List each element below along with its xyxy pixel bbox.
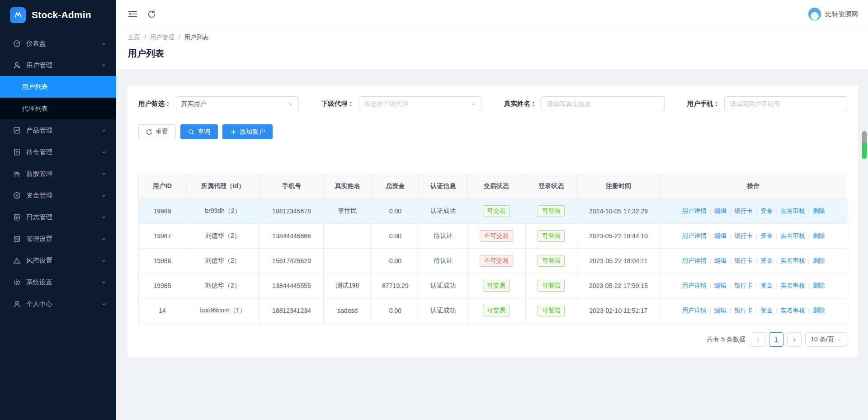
op-link-0[interactable]: 用户详情 [682, 307, 706, 314]
sidebar-item-ipo-management[interactable]: 新股管理 [0, 163, 116, 184]
op-link-2[interactable]: 银行卡 [734, 257, 753, 264]
op-link-4[interactable]: 实名审核 [780, 232, 805, 239]
sidebar: Stock-Admin 仪表盘 用户管理 [0, 0, 116, 420]
op-link-1[interactable]: 编辑 [714, 282, 726, 289]
table-row[interactable]: 19985 刘德华（2） 13844445555 测试198 87719.29 … [139, 274, 847, 298]
breadcrumb-user-management[interactable]: 用户管理 [150, 33, 175, 42]
cell-name [323, 224, 372, 249]
breadcrumb-home[interactable]: 主页 [128, 33, 140, 42]
cell-trade: 可交易 [467, 298, 525, 323]
op-separator: | [756, 208, 757, 214]
op-link-4[interactable]: 实名审核 [780, 282, 805, 289]
table-row[interactable]: 14 bori99com（1） 18812341234 sadasd 0.00 … [139, 298, 847, 323]
sidebar-item-label: 系统设置 [26, 278, 101, 287]
sidebar-item-product-management[interactable]: 产品管理 [0, 119, 116, 141]
op-link-0[interactable]: 用户详情 [682, 232, 706, 239]
cell-agent: bori99com（1） [186, 298, 259, 323]
table-row[interactable]: 19989 br99dh（2） 18812345678 李世民 0.00 认证成… [139, 199, 847, 224]
cell-id: 19989 [139, 199, 186, 224]
search-icon [188, 129, 194, 135]
table-row[interactable]: 19987 刘德华（2） 13844446666 0.00 待认证 不可交易 可… [139, 224, 847, 249]
chevron-down-icon [101, 150, 106, 155]
real-name-input[interactable] [542, 96, 665, 111]
breadcrumb-current: 用户列表 [184, 33, 209, 42]
cell-name: 李世民 [323, 199, 372, 224]
op-link-0[interactable]: 用户详情 [682, 208, 706, 214]
op-link-0[interactable]: 用户详情 [682, 257, 706, 264]
refresh-icon[interactable] [147, 10, 156, 19]
op-separator: | [756, 307, 757, 314]
select-placeholder: 请选择下级代理 [364, 100, 408, 108]
op-link-5[interactable]: 删除 [813, 282, 825, 289]
cell-ops: 用户详情|编辑|银行卡|资金|实名审核|删除 [660, 224, 847, 249]
cell-time: 2023-05-22 18:04:11 [577, 249, 660, 274]
op-link-2[interactable]: 银行卡 [734, 307, 753, 314]
breadcrumb: 主页 / 用户管理 / 用户列表 [128, 33, 856, 42]
chevron-down-icon [101, 171, 106, 176]
op-link-0[interactable]: 用户详情 [682, 282, 706, 289]
user-type-select[interactable]: 真实用户 [176, 96, 299, 111]
op-link-2[interactable]: 银行卡 [734, 232, 753, 239]
sidebar-item-log-management[interactable]: 日志管理 [0, 206, 116, 228]
sidebar-item-profile-center[interactable]: 个人中心 [0, 293, 116, 315]
prev-page-button[interactable] [751, 332, 765, 347]
page-size-select[interactable]: 10 条/页 [805, 332, 847, 347]
op-link-4[interactable]: 实名审核 [780, 257, 805, 264]
cell-time: 2024-10-05 17:32:29 [577, 199, 660, 224]
cell-phone: 13844445555 [259, 274, 323, 298]
cell-ops: 用户详情|编辑|银行卡|资金|实名审核|删除 [660, 199, 847, 224]
op-link-2[interactable]: 银行卡 [734, 208, 753, 214]
cell-name: sadasd [323, 298, 372, 323]
sidebar-item-risk-settings[interactable]: 风控设置 [0, 250, 116, 271]
sidebar-item-position-management[interactable]: 持仓管理 [0, 141, 116, 163]
cell-trade: 可交易 [467, 199, 525, 224]
add-account-button[interactable]: 添加账户 [222, 124, 273, 139]
sidebar-item-funds-management[interactable]: $ 资金管理 [0, 184, 116, 206]
op-link-1[interactable]: 编辑 [714, 208, 726, 214]
table-row[interactable]: 19986 刘德华（2） 15617425629 0.00 待认证 不可交易 可… [139, 249, 847, 274]
sub-agent-select[interactable]: 请选择下级代理 [359, 96, 481, 111]
op-link-5[interactable]: 删除 [813, 208, 825, 214]
trade-status-tag: 可交易 [483, 205, 510, 217]
window-scrollbar-thumb[interactable] [862, 131, 867, 159]
column-header-1: 所属代理（Id） [186, 174, 259, 199]
op-link-2[interactable]: 银行卡 [734, 282, 753, 289]
op-link-3[interactable]: 资金 [760, 307, 773, 314]
op-link-1[interactable]: 编辑 [714, 307, 726, 314]
app-logo[interactable]: Stock-Admin [0, 0, 116, 30]
sidebar-item-system-settings[interactable]: 系统设置 [0, 271, 116, 293]
chevron-down-icon [101, 236, 106, 241]
reset-button[interactable]: 重置 [138, 124, 176, 139]
op-link-1[interactable]: 编辑 [714, 232, 726, 239]
op-link-5[interactable]: 删除 [813, 257, 825, 264]
content: 用户筛选： 真实用户 下级代理： 请选择下级代理 [116, 69, 868, 420]
filter-bar: 用户筛选： 真实用户 下级代理： 请选择下级代理 [138, 96, 847, 111]
op-link-3[interactable]: 资金 [760, 257, 773, 264]
op-link-3[interactable]: 资金 [760, 282, 773, 289]
op-link-4[interactable]: 实名审核 [780, 307, 805, 314]
cell-funds: 0.00 [372, 298, 419, 323]
op-link-1[interactable]: 编辑 [714, 257, 726, 264]
op-link-5[interactable]: 删除 [813, 232, 825, 239]
user-menu[interactable]: 比特资源网 [808, 7, 859, 21]
search-button[interactable]: 查询 [180, 124, 218, 139]
page-number-1[interactable]: 1 [769, 332, 783, 347]
sidebar-item-label: 新股管理 [26, 170, 101, 178]
cell-auth: 认证成功 [419, 298, 467, 323]
op-link-3[interactable]: 资金 [760, 232, 773, 239]
sidebar-item-dashboard[interactable]: 仪表盘 [0, 33, 116, 54]
op-link-3[interactable]: 资金 [760, 208, 773, 214]
filter-real-name: 真实姓名： [504, 96, 665, 111]
sidebar-item-user-management[interactable]: 用户管理 [0, 54, 116, 76]
next-page-button[interactable] [787, 332, 802, 347]
sidebar-item-admin-settings[interactable]: 管理设置 [0, 228, 116, 250]
sidebar-subitem-agent-list[interactable]: 代理列表 [0, 98, 116, 119]
op-link-5[interactable]: 删除 [813, 307, 825, 314]
sidebar-subitem-user-list[interactable]: 用户列表 [0, 76, 116, 98]
op-link-4[interactable]: 实名审核 [780, 208, 805, 214]
collapse-sidebar-icon[interactable] [128, 10, 137, 18]
op-separator: | [709, 282, 711, 289]
op-separator: | [776, 208, 777, 214]
sidebar-item-label: 产品管理 [26, 126, 101, 135]
user-phone-input[interactable] [724, 96, 847, 111]
